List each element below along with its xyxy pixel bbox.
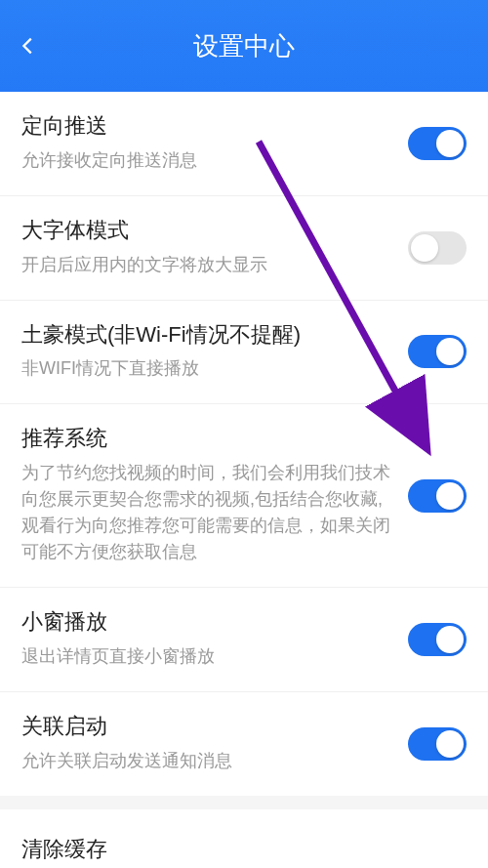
back-button[interactable] — [14, 31, 43, 61]
setting-nowifi-mode: 土豪模式(非Wi-Fi情况不提醒) 非WIFI情况下直接播放 — [0, 301, 488, 405]
toggle-directed-push[interactable] — [408, 127, 467, 160]
section-divider — [0, 796, 488, 809]
setting-desc: 非WIFI情况下直接播放 — [21, 355, 398, 382]
setting-title: 土豪模式(非Wi-Fi情况不提醒) — [21, 320, 398, 351]
setting-title: 小窗播放 — [21, 607, 398, 638]
toggle-large-font[interactable] — [408, 231, 467, 265]
clear-cache-label: 清除缓存 — [21, 837, 107, 861]
toggle-mini-player[interactable] — [408, 623, 467, 656]
header: 设置中心 — [0, 0, 488, 92]
settings-list: 定向推送 允许接收定向推送消息 大字体模式 开启后应用内的文字将放大显示 土豪模… — [0, 92, 488, 868]
toggle-knob — [436, 130, 464, 157]
toggle-knob — [436, 730, 464, 758]
setting-linked-launch: 关联启动 允许关联启动发送通知消息 — [0, 692, 488, 796]
toggle-linked-launch[interactable] — [408, 727, 467, 761]
toggle-knob — [436, 626, 464, 653]
setting-desc: 允许关联启动发送通知消息 — [21, 748, 398, 774]
setting-title: 定向推送 — [21, 111, 398, 142]
setting-mini-player: 小窗播放 退出详情页直接小窗播放 — [0, 588, 488, 692]
setting-title: 推荐系统 — [21, 424, 398, 454]
setting-desc: 允许接收定向推送消息 — [21, 147, 398, 174]
toggle-nowifi-mode[interactable] — [408, 335, 467, 368]
setting-directed-push: 定向推送 允许接收定向推送消息 — [0, 92, 488, 196]
setting-desc: 开启后应用内的文字将放大显示 — [21, 252, 398, 278]
chevron-left-icon — [18, 35, 39, 57]
toggle-knob — [411, 234, 438, 262]
toggle-recommendation[interactable] — [408, 479, 467, 513]
setting-large-font: 大字体模式 开启后应用内的文字将放大显示 — [0, 196, 488, 301]
setting-title: 大字体模式 — [21, 216, 398, 246]
toggle-knob — [436, 482, 464, 510]
setting-title: 关联启动 — [21, 712, 398, 742]
toggle-knob — [436, 338, 464, 365]
page-title: 设置中心 — [193, 29, 295, 63]
clear-cache-item[interactable]: 清除缓存 — [0, 809, 488, 868]
setting-desc: 退出详情页直接小窗播放 — [21, 643, 398, 670]
setting-desc: 为了节约您找视频的时间，我们会利用我们技术向您展示更契合您需求的视频,包括结合您… — [21, 460, 398, 565]
setting-recommendation: 推荐系统 为了节约您找视频的时间，我们会利用我们技术向您展示更契合您需求的视频,… — [0, 404, 488, 588]
